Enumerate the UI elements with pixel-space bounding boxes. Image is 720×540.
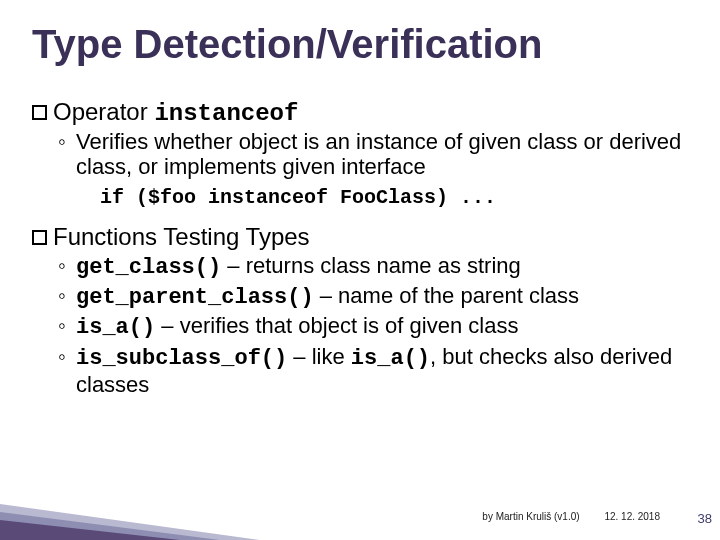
caret-icon: ◦: [58, 253, 66, 279]
fn-desc: – name of the parent class: [314, 283, 579, 308]
list-item: ◦ is_subclass_of() – like is_a(), but ch…: [76, 344, 690, 399]
decorative-wedge: [0, 490, 260, 540]
fn-name: get_parent_class(): [76, 285, 314, 310]
list-item: ◦ get_parent_class() – name of the paren…: [76, 283, 690, 311]
section-operator-desc: ◦Verifies whether object is an instance …: [76, 129, 690, 180]
section-operator-prefix: Operator: [53, 98, 148, 125]
section-operator-heading: Operator instanceof: [32, 98, 690, 127]
section-functions-heading: Functions Testing Types: [32, 223, 690, 251]
content-area: Operator instanceof ◦Verifies whether ob…: [32, 98, 690, 401]
list-item: ◦ is_a() – verifies that object is of gi…: [76, 313, 690, 341]
fn-name: is_a(): [76, 315, 155, 340]
page-number: 38: [698, 511, 712, 526]
fn-name: is_subclass_of(): [76, 346, 287, 371]
fn-desc-a: – like: [287, 344, 351, 369]
section-operator-keyword: instanceof: [154, 100, 298, 127]
svg-marker-1: [0, 512, 220, 540]
list-item: ◦ get_class() – returns class name as st…: [76, 253, 690, 281]
caret-icon: ◦: [58, 313, 66, 339]
footer: by Martin Kruliš (v1.0) 12. 12. 2018: [482, 511, 694, 522]
fn-name-ref: is_a(): [351, 346, 430, 371]
caret-icon: ◦: [58, 129, 72, 154]
caret-icon: ◦: [58, 283, 66, 309]
fn-name: get_class(): [76, 255, 221, 280]
page-title: Type Detection/Verification: [32, 22, 543, 67]
fn-desc: – returns class name as string: [221, 253, 521, 278]
section-operator-desc-text: Verifies whether object is an instance o…: [76, 129, 681, 179]
code-example: if ($foo instanceof FooClass) ...: [100, 186, 690, 209]
caret-icon: ◦: [58, 344, 66, 370]
square-bullet-icon: [32, 105, 47, 120]
footer-author: by Martin Kruliš (v1.0): [482, 511, 579, 522]
svg-marker-2: [0, 520, 180, 540]
section-functions-label: Functions Testing Types: [53, 223, 310, 250]
slide: Type Detection/Verification Operator ins…: [0, 0, 720, 540]
square-bullet-icon: [32, 230, 47, 245]
footer-date: 12. 12. 2018: [604, 511, 660, 522]
svg-marker-0: [0, 504, 260, 540]
fn-desc: – verifies that object is of given class: [155, 313, 518, 338]
